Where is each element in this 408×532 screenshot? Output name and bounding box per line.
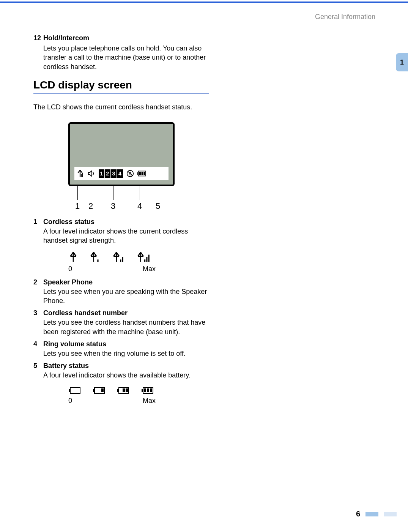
- lcd-callouts: 1 2 3 4 5: [68, 186, 175, 210]
- item-12-title: Hold/Intercom: [43, 34, 89, 42]
- svg-rect-21: [117, 389, 119, 392]
- legend-2-num: 2: [33, 278, 43, 286]
- legend-2-body: Lets you see when you are speaking with …: [43, 287, 209, 306]
- signal-level-0-icon: [68, 251, 78, 263]
- signal-min-label: 0: [68, 265, 72, 273]
- battery-level-3-icon: [141, 386, 154, 395]
- callout-label-1: 1: [75, 201, 80, 211]
- legend-1-title: Cordless status: [43, 218, 95, 226]
- legend-item-5: 5Battery status A four level indicator s…: [33, 362, 209, 404]
- callout-tick-2: [91, 186, 91, 200]
- battery-level-row: [68, 386, 209, 395]
- signal-level-row: [68, 251, 209, 263]
- callout-label-4: 4: [137, 201, 142, 211]
- legend-4-num: 4: [33, 340, 43, 348]
- svg-rect-14: [148, 254, 150, 262]
- chapter-tab: 1: [396, 53, 408, 71]
- svg-rect-23: [126, 388, 128, 392]
- callout-tick-4: [140, 186, 140, 200]
- svg-rect-18: [93, 389, 95, 392]
- legend-3-title: Cordless handset number: [43, 309, 128, 317]
- svg-rect-27: [147, 388, 149, 392]
- legend-2-title: Speaker Phone: [43, 278, 93, 286]
- legend-3-num: 3: [33, 309, 43, 317]
- battery-level-0-icon: [68, 386, 81, 395]
- legend-5-title: Battery status: [43, 362, 89, 369]
- callout-label-3: 3: [111, 201, 115, 211]
- battery-icon: [137, 170, 147, 177]
- item-12-number: 12: [33, 34, 43, 42]
- svg-rect-7: [142, 172, 143, 175]
- handset-number-2: 2: [105, 169, 111, 178]
- handset-number-1: 1: [99, 169, 105, 178]
- callout-tick-1: [77, 186, 78, 200]
- svg-rect-8: [143, 172, 145, 175]
- svg-rect-22: [123, 388, 125, 392]
- svg-rect-28: [150, 388, 152, 392]
- signal-icon: [76, 169, 84, 178]
- item-12-body: Lets you place telephone calls on hold. …: [43, 44, 209, 71]
- legend-item-4: 4Ring volume status Lets you see when th…: [33, 340, 209, 358]
- signal-max-label: Max: [143, 265, 156, 273]
- legend-4-body: Lets you see when the ring volume is set…: [43, 349, 209, 358]
- footer-bar-1: [365, 512, 378, 516]
- handset-number-boxes: 1 2 3 4: [99, 169, 123, 178]
- battery-level-2-icon: [117, 386, 130, 395]
- svg-rect-5: [137, 172, 138, 175]
- legend-5-num: 5: [33, 362, 43, 370]
- signal-scale-labels: 0 Max: [68, 265, 156, 273]
- speaker-icon: [87, 169, 96, 178]
- svg-rect-16: [69, 389, 70, 392]
- svg-rect-12: [144, 259, 145, 262]
- legend-1-body: A four level indicator shows the current…: [43, 227, 209, 245]
- legend-item-1: 1Cordless status A four level indicator …: [33, 218, 209, 273]
- callout-tick-5: [158, 186, 158, 200]
- lcd-figure: 1 2 3 4 1 2 3 4 5: [68, 122, 209, 210]
- section-lead: The LCD shows the current cordless hands…: [33, 103, 209, 112]
- svg-rect-26: [144, 388, 146, 392]
- svg-rect-9: [97, 259, 98, 262]
- battery-scale-labels: 0 Max: [68, 397, 156, 405]
- content-column: 12Hold/Intercom Lets you place telephone…: [33, 34, 209, 410]
- svg-rect-25: [142, 389, 143, 392]
- lcd-status-strip: 1 2 3 4: [74, 167, 169, 180]
- item-12-heading: 12Hold/Intercom: [33, 34, 209, 42]
- svg-rect-6: [139, 172, 141, 175]
- signal-level-2-icon: [112, 251, 125, 263]
- legend-item-2: 2Speaker Phone Lets you see when you are…: [33, 278, 209, 306]
- ringer-off-icon: [126, 169, 134, 178]
- handset-number-4: 4: [117, 169, 123, 178]
- legend-list: 1Cordless status A four level indicator …: [33, 218, 209, 404]
- legend-4-title: Ring volume status: [43, 340, 106, 348]
- svg-rect-10: [120, 259, 121, 262]
- svg-rect-19: [101, 388, 104, 392]
- signal-level-3-icon: [137, 251, 151, 263]
- legend-1-num: 1: [33, 218, 43, 226]
- signal-level-1-icon: [90, 251, 101, 263]
- page-number: 6: [356, 510, 360, 518]
- footer-bar-2: [384, 512, 397, 516]
- svg-rect-15: [70, 387, 80, 393]
- top-rule: [0, 2, 408, 3]
- svg-rect-13: [146, 257, 147, 262]
- battery-max-label: Max: [143, 397, 156, 405]
- callout-label-5: 5: [156, 201, 160, 211]
- svg-rect-1: [82, 173, 83, 177]
- battery-min-label: 0: [68, 397, 72, 405]
- battery-level-1-icon: [93, 386, 106, 395]
- legend-3-body: Lets you see the cordless handset number…: [43, 318, 209, 336]
- svg-rect-11: [122, 257, 123, 262]
- callout-label-2: 2: [88, 201, 93, 211]
- svg-rect-0: [81, 174, 82, 177]
- callout-tick-3: [113, 186, 113, 200]
- lcd-screen: 1 2 3 4: [68, 122, 175, 186]
- header-section-label: General Information: [315, 13, 375, 21]
- item-12: 12Hold/Intercom Lets you place telephone…: [33, 34, 209, 71]
- section-heading: LCD display screen: [33, 79, 209, 94]
- legend-item-3: 3Cordless handset number Lets you see th…: [33, 309, 209, 336]
- footer: 6: [356, 510, 397, 518]
- legend-5-body: A four level indicator shows the availab…: [43, 371, 209, 380]
- handset-number-3: 3: [111, 169, 117, 178]
